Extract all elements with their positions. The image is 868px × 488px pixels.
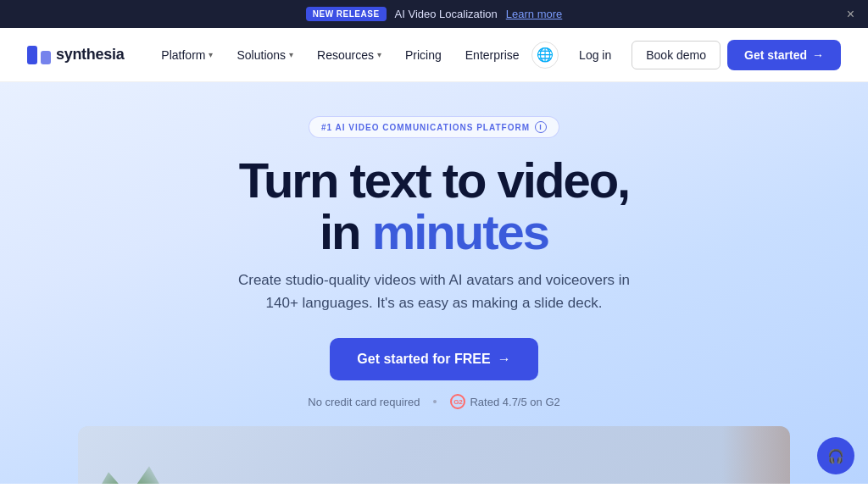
arrow-icon: →	[812, 48, 824, 62]
g2-badge: G2 Rated 4.7/5 on G2	[450, 394, 559, 409]
cta-button[interactable]: Get started for FREE →	[330, 338, 537, 380]
announcement-text: AI Video Localization	[395, 8, 498, 20]
rating-text: Rated 4.7/5 on G2	[470, 396, 559, 408]
support-chat-button[interactable]: 🎧	[817, 437, 854, 474]
get-started-nav-button[interactable]: Get started →	[727, 40, 841, 70]
learn-more-link[interactable]: Learn more	[506, 8, 562, 20]
nav-right: 🌐 Log in Book demo Get started →	[531, 40, 841, 70]
announcement-banner: NEW RELEASE AI Video Localization Learn …	[0, 0, 868, 28]
video-preview: 🔇	[78, 426, 790, 484]
divider-dot	[433, 400, 437, 403]
nav-enterprise[interactable]: Enterprise	[455, 42, 530, 69]
video-person-area	[324, 435, 544, 484]
logo-icon	[27, 46, 51, 64]
highlight-text: minutes	[372, 204, 548, 259]
solutions-chevron-icon: ▾	[289, 50, 293, 59]
nav-pricing[interactable]: Pricing	[395, 42, 452, 69]
headphones-icon: 🎧	[827, 448, 844, 464]
hero-subtitle: Create studio-quality videos with AI ava…	[231, 269, 637, 314]
nav-platform[interactable]: Platform ▾	[151, 42, 223, 69]
resources-chevron-icon: ▾	[377, 50, 381, 59]
logo-text: synthesia	[56, 46, 124, 64]
g2-icon: G2	[450, 394, 465, 409]
nav-resources[interactable]: Resources ▾	[307, 42, 392, 69]
social-proof: No credit card required G2 Rated 4.7/5 o…	[17, 394, 851, 409]
book-demo-button[interactable]: Book demo	[632, 41, 721, 69]
cta-arrow-icon: →	[498, 352, 511, 367]
nav-solutions[interactable]: Solutions ▾	[226, 42, 303, 69]
login-button[interactable]: Log in	[565, 42, 625, 69]
svg-rect-1	[41, 51, 51, 64]
language-selector-button[interactable]: 🌐	[531, 42, 559, 69]
main-content: #1 AI VIDEO COMMUNICATIONS PLATFORM i Tu…	[0, 82, 868, 484]
logo[interactable]: synthesia	[27, 46, 124, 64]
globe-icon: 🌐	[537, 47, 554, 63]
new-release-badge: NEW RELEASE	[306, 7, 387, 21]
wall-decoration	[722, 426, 790, 484]
svg-rect-0	[27, 46, 37, 64]
navbar: synthesia Platform ▾ Solutions ▾ Resourc…	[0, 28, 868, 82]
hero-section: #1 AI VIDEO COMMUNICATIONS PLATFORM i Tu…	[0, 82, 868, 484]
platform-badge: #1 AI VIDEO COMMUNICATIONS PLATFORM i	[309, 116, 559, 138]
nav-links: Platform ▾ Solutions ▾ Resources ▾ Prici…	[151, 42, 531, 69]
platform-chevron-icon: ▾	[209, 50, 213, 59]
info-icon[interactable]: i	[535, 121, 547, 133]
close-announcement-button[interactable]: ×	[847, 8, 854, 21]
no-credit-card-text: No credit card required	[308, 396, 420, 408]
hero-title: Turn text to video, in minutes	[17, 155, 851, 258]
